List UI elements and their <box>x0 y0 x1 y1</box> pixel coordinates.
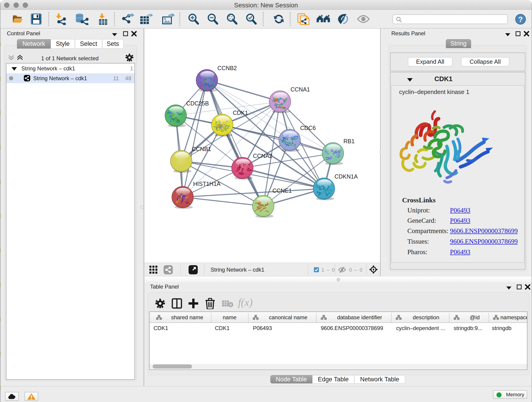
svg-text:RB1: RB1 <box>343 138 355 144</box>
svg-text:CDK1: CDK1 <box>233 109 248 116</box>
svg-text:CCNB1: CCNB1 <box>192 146 211 152</box>
svg-text:CDC6: CDC6 <box>300 125 316 131</box>
svg-text:CDKN1A: CDKN1A <box>335 173 358 180</box>
svg-text:CCNB2: CCNB2 <box>217 65 237 71</box>
svg-text:HIST1H1A: HIST1H1A <box>193 181 221 187</box>
svg-text:CCNA1: CCNA1 <box>291 86 310 93</box>
svg-text:CCNA2: CCNA2 <box>253 153 272 159</box>
svg-text:CCNE1: CCNE1 <box>272 187 292 194</box>
svg-text:CDC25B: CDC25B <box>186 100 209 107</box>
